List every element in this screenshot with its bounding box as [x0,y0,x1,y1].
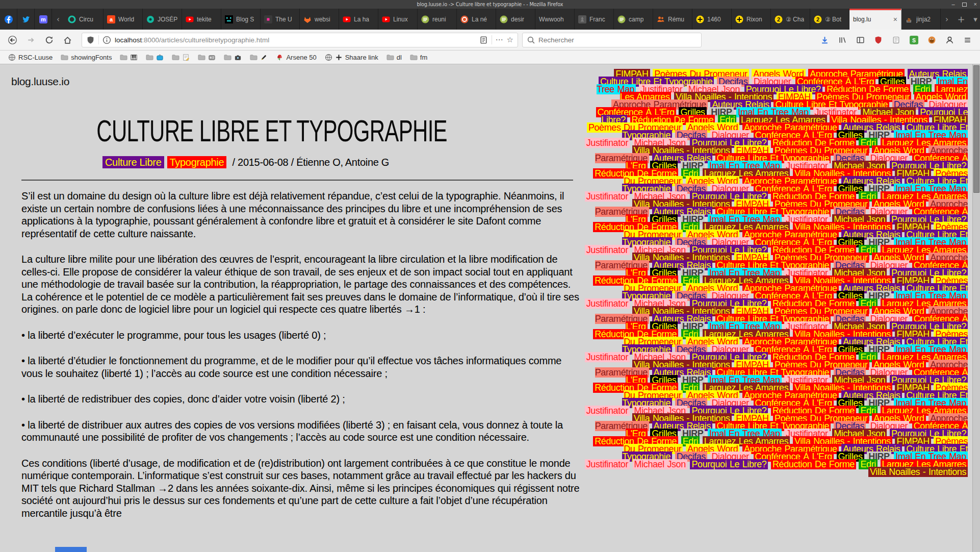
url-bar[interactable]: localhost:8000/articles/culturelibretypo… [82,33,518,47]
tag-cloud-item[interactable]: Justifinator [585,138,630,148]
browser-tab[interactable]: jinja2 [901,9,941,30]
bookmark-item-showingfonts[interactable]: showingFonts [58,53,115,62]
tag-cloud-item[interactable]: Villa Noailles - Intentions [868,467,968,477]
folder-icon [386,54,394,61]
site-title-link[interactable]: blog.luuse.io [11,76,69,88]
youtube-favicon [343,15,351,23]
browser-tab[interactable]: Blog S [221,9,261,30]
maximize-icon[interactable] [962,3,967,7]
bookmark-item[interactable] [247,53,271,62]
pinned-tab-facebook[interactable] [0,9,17,30]
tab-label: Circu [79,16,93,23]
tab-label: The U [275,16,292,23]
article-tag-chip[interactable]: Typographie [167,156,227,168]
bookmark-item-arsene-50[interactable]: Arsene 50 [273,53,319,62]
browser-tab[interactable]: tekite [182,9,221,30]
tag-cloud-item[interactable]: Justifinator [585,191,630,202]
tab-scroll-left-icon[interactable]: ‹ [52,9,64,30]
tag-cloud-item[interactable]: Pourquoi Le Libre? [690,459,768,469]
twitter-favicon [22,15,30,23]
bookmark-item-shaare-link[interactable]: Shaare link [322,53,381,62]
browser-tab[interactable]: websi [300,9,339,30]
browser-tab[interactable]: 1460 [692,9,732,30]
bookmark-item[interactable] [143,53,167,62]
tab-close-icon[interactable]: × [893,15,897,23]
bookmark-label: Arsene 50 [286,54,316,61]
tab-list-dropdown-icon[interactable]: ▾ [969,9,980,30]
browser-tab[interactable]: La ha [339,9,378,30]
home-button[interactable] [60,33,74,47]
browser-tab[interactable]: 2② Bot [810,9,849,30]
tracking-shield-icon[interactable] [86,36,95,44]
reader-mode-icon[interactable] [479,36,488,44]
bookmark-item-dl[interactable]: dl [383,53,405,62]
minimize-icon[interactable]: – [951,2,955,7]
ublock-icon[interactable] [870,33,886,47]
browser-tab[interactable]: desir [496,9,535,30]
bookmark-star-icon[interactable]: ☆ [507,35,513,44]
toolbar-icons: S [817,33,975,47]
browser-tab[interactable]: Circu [64,9,104,30]
browser-tab[interactable]: aWorld [104,9,143,30]
monkey-icon[interactable] [924,33,939,47]
article-paragraph: • la liberté de distribuer aux autres de… [21,419,584,444]
browser-tab[interactable]: 2② Cha [771,9,810,30]
account-icon[interactable] [942,33,957,47]
radio-icon [208,54,216,61]
browser-tab[interactable]: Linux [378,9,418,30]
bookmark-item-rsc-luuse[interactable]: RSC-Luuse [5,53,56,62]
bookmark-item[interactable] [195,53,219,62]
menu-icon[interactable] [960,33,975,47]
note-icon[interactable] [888,33,904,47]
tag-cloud-item[interactable]: Michael Json [633,459,687,469]
tag-cloud-item[interactable]: Justifinator [585,245,630,255]
browser-tab[interactable]: reuni [418,9,457,30]
search-bar[interactable] [522,33,702,47]
article-date-authors: / 2015-06-08 / Étienne O, Antoine G [233,157,390,168]
sidebar-icon[interactable] [853,33,868,47]
browser-tab[interactable]: Wwwooh [535,9,575,30]
shaarli-icon[interactable]: S [906,33,921,47]
scrollbar-thumb[interactable] [973,65,979,193]
tag-cloud-item[interactable]: Réduction De Forme [771,459,856,469]
new-tab-button[interactable]: + [953,9,969,30]
search-input[interactable] [538,36,697,44]
scrollbar-track[interactable] [972,64,980,552]
plus-yellow-favicon [735,15,743,23]
url-text[interactable]: localhost:8000/articles/culturelibretypo… [115,36,476,44]
tv-icon [156,54,164,61]
browser-tab[interactable]: JOSÉP [143,9,182,30]
forward-button[interactable] [23,33,38,47]
tag-cloud-item[interactable]: Justifinator [585,352,630,362]
browser-tab[interactable]: Franc [575,9,614,30]
site-info-icon[interactable] [102,36,111,44]
reload-button[interactable] [42,33,56,47]
browser-tab[interactable]: Rému [653,9,692,30]
bookmark-item-fm[interactable]: fm [407,53,430,62]
bookmark-item[interactable] [221,53,245,62]
article-tag-chip[interactable]: Culture Libre [102,156,164,168]
tag-cloud-item[interactable]: Justifinator [585,459,630,469]
tab-label: reuni [432,16,446,23]
close-icon[interactable]: × [974,2,977,7]
tab-label: camp [629,16,643,23]
bookmark-item[interactable] [117,53,141,62]
pinned-tab-mastodon[interactable]: m [35,9,52,30]
world-favicon: a [107,15,115,23]
tab-scroll-right-icon[interactable]: › [941,9,953,30]
browser-tab-active[interactable]: blog.lu× [849,9,901,30]
tag-cloud-item[interactable]: Justifinator [585,406,630,416]
browser-tab[interactable]: Rixon [732,9,771,30]
back-button[interactable] [5,33,19,47]
bookmark-item[interactable] [169,53,193,62]
tag-cloud-item[interactable]: Justifinator [585,298,630,309]
download-icon[interactable] [817,33,832,47]
browser-tab[interactable]: The U [261,9,300,30]
tab-strip: CircuaWorldJOSÉPtekiteBlog SThe UwebsiLa… [64,9,941,30]
library-icon[interactable] [835,33,850,47]
pinned-tab-twitter[interactable] [17,9,35,30]
browser-tab[interactable]: La né [457,9,496,30]
browser-tab[interactable]: camp [614,9,653,30]
page-actions-icon[interactable]: ⋯ [496,35,503,44]
bookmark-label: Shaare link [345,54,378,61]
